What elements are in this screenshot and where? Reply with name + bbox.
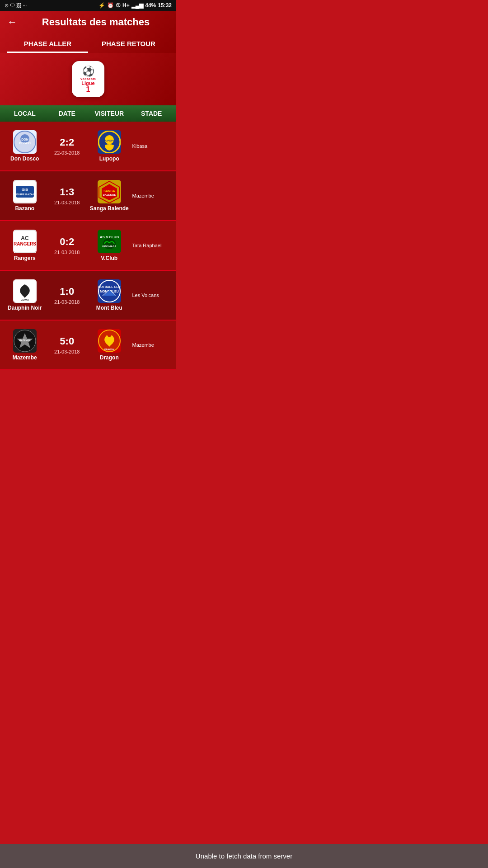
svg-text:GOMA: GOMA bbox=[20, 298, 29, 301]
col-stade: STADE bbox=[131, 110, 173, 117]
local-team-cell: AC RANGERS Rangers bbox=[4, 230, 46, 261]
clock: 15:32 bbox=[158, 2, 172, 9]
stade-name: Mazembe bbox=[132, 193, 154, 198]
table-row: GOMA Dauphin Noir 1:0 21-03-2018 FOOTBAL… bbox=[0, 271, 176, 321]
matches-list: DON BOSCO Don Dosco 2:2 22-03-2018 LUPOP… bbox=[0, 122, 176, 370]
don-dosco-logo: DON BOSCO bbox=[13, 130, 37, 154]
league-logo: ⚽ Vodacom Ligue 1 bbox=[72, 61, 104, 97]
svg-text:GIB: GIB bbox=[22, 188, 28, 192]
stade-cell: Mazembe bbox=[131, 342, 173, 348]
table-header: LOCAL DATE VISITEUR STADE bbox=[0, 105, 176, 122]
svg-text:LUPOPO: LUPOPO bbox=[103, 139, 115, 142]
score-cell: 1:0 21-03-2018 bbox=[46, 286, 89, 305]
table-row: GIB GROUPE BAZANO Bazano 1:3 21-03-2018 … bbox=[0, 171, 176, 221]
local-team-name: Don Dosco bbox=[10, 156, 39, 162]
status-right: ⚡ ⏰ ① H+ ▂▄▆ 44% 15:32 bbox=[99, 2, 172, 9]
col-visiteur: VISITEUR bbox=[88, 110, 131, 117]
match-date: 21-03-2018 bbox=[54, 250, 80, 255]
logo-area: ⚽ Vodacom Ligue 1 bbox=[0, 53, 176, 105]
stade-cell: Mazembe bbox=[131, 193, 173, 198]
table-row: DON BOSCO Don Dosco 2:2 22-03-2018 LUPOP… bbox=[0, 122, 176, 171]
soccer-ball-icon: ⚽ bbox=[82, 66, 94, 77]
stade-name: Les Volcans bbox=[132, 292, 159, 298]
stade-cell: Kibasa bbox=[131, 143, 173, 149]
svg-text:BOSCO: BOSCO bbox=[19, 142, 31, 145]
table-row: MAZEMBE Mazembe 5:0 21-03-2018 DRAGON Dr… bbox=[0, 321, 176, 370]
bazano-logo: GIB GROUPE BAZANO bbox=[13, 180, 37, 203]
score-cell: 5:0 21-03-2018 bbox=[46, 335, 89, 354]
stade-name: Kibasa bbox=[132, 143, 148, 149]
match-date: 22-03-2018 bbox=[54, 150, 80, 156]
stade-cell: Tata Raphael bbox=[131, 243, 173, 248]
score-cell: 1:3 21-03-2018 bbox=[46, 186, 89, 205]
page-title: Resultats des matches bbox=[23, 16, 169, 28]
bluetooth-icon: ⚡ bbox=[99, 2, 105, 9]
sanga-logo: SANGA BALENDE bbox=[98, 180, 121, 203]
match-score: 5:0 bbox=[60, 335, 74, 347]
mazembe-logo: MAZEMBE bbox=[13, 329, 37, 353]
local-team-cell: GIB GROUPE BAZANO Bazano bbox=[4, 180, 46, 212]
visiteur-team-name: Lupopo bbox=[99, 156, 119, 162]
svg-text:DRAGON: DRAGON bbox=[104, 348, 115, 351]
visiteur-team-name: Dragon bbox=[100, 354, 119, 361]
visiteur-team-cell: SANGA BALENDE Sanga Balende bbox=[88, 180, 131, 212]
header: ← Resultats des matches PHASE ALLER PHAS… bbox=[0, 11, 176, 53]
lupopo-logo: LUPOPO bbox=[98, 130, 121, 154]
network-type: H+ bbox=[122, 2, 130, 9]
tab-phase-retour[interactable]: PHASE RETOUR bbox=[88, 35, 169, 53]
notification-icon: ① bbox=[116, 2, 121, 9]
local-team-name: Dauphin Noir bbox=[8, 305, 42, 311]
match-date: 21-03-2018 bbox=[54, 349, 80, 354]
svg-text:BALENDE: BALENDE bbox=[103, 193, 116, 196]
visiteur-team-cell: DRAGON Dragon bbox=[88, 329, 131, 361]
stade-name: Mazembe bbox=[132, 342, 154, 348]
svg-text:DON: DON bbox=[21, 138, 28, 141]
visiteur-team-name: Mont Bleu bbox=[96, 305, 122, 311]
col-date: DATE bbox=[46, 110, 89, 117]
vclub-logo: AS V.CLUB KINSHASA bbox=[98, 230, 121, 253]
back-button[interactable]: ← bbox=[7, 16, 17, 28]
stade-name: Tata Raphael bbox=[132, 243, 162, 248]
match-score: 1:0 bbox=[60, 286, 74, 297]
local-team-cell: DON BOSCO Don Dosco bbox=[4, 130, 46, 162]
col-local: LOCAL bbox=[4, 110, 46, 117]
dragon-logo: DRAGON bbox=[98, 329, 121, 353]
header-top: ← Resultats des matches bbox=[7, 16, 169, 28]
local-team-cell: GOMA Dauphin Noir bbox=[4, 279, 46, 311]
montbleu-logo: FOOTBALL CLUB MONT BLEU bbox=[98, 279, 121, 303]
vodacom-text: Vodacom bbox=[80, 77, 96, 80]
match-score: 2:2 bbox=[60, 137, 74, 148]
match-date: 21-03-2018 bbox=[54, 200, 80, 205]
status-icons: ⊙ 🗨 🖼 ··· bbox=[5, 3, 27, 9]
svg-text:KINSHASA: KINSHASA bbox=[102, 245, 117, 248]
match-score: 1:3 bbox=[60, 186, 74, 198]
local-team-name: Mazembe bbox=[13, 354, 37, 361]
local-team-cell: MAZEMBE Mazembe bbox=[4, 329, 46, 361]
dauphin-logo: GOMA bbox=[13, 279, 37, 303]
visiteur-team-cell: FOOTBALL CLUB MONT BLEU Mont Bleu bbox=[88, 279, 131, 311]
tabs: PHASE ALLER PHASE RETOUR bbox=[7, 35, 169, 53]
tab-phase-aller[interactable]: PHASE ALLER bbox=[7, 35, 88, 53]
svg-text:RANGERS: RANGERS bbox=[14, 241, 36, 246]
visiteur-team-cell: LUPOPO Lupopo bbox=[88, 130, 131, 162]
score-cell: 0:2 21-03-2018 bbox=[46, 236, 89, 255]
match-date: 21-03-2018 bbox=[54, 299, 80, 305]
alarm-icon: ⏰ bbox=[107, 2, 114, 9]
svg-text:MAZEMBE: MAZEMBE bbox=[19, 339, 31, 342]
match-score: 0:2 bbox=[60, 236, 74, 248]
visiteur-team-name: Sanga Balende bbox=[90, 205, 129, 212]
score-cell: 2:2 22-03-2018 bbox=[46, 137, 89, 156]
svg-text:SANGA: SANGA bbox=[103, 189, 115, 193]
svg-text:AC: AC bbox=[21, 235, 29, 241]
stade-cell: Les Volcans bbox=[131, 292, 173, 298]
local-team-name: Bazano bbox=[15, 205, 34, 212]
visiteur-team-cell: AS V.CLUB KINSHASA V.Club bbox=[88, 230, 131, 261]
signal-bars: ▂▄▆ bbox=[131, 2, 144, 9]
status-left: ⊙ 🗨 🖼 ··· bbox=[5, 3, 27, 9]
status-bar: ⊙ 🗨 🖼 ··· ⚡ ⏰ ① H+ ▂▄▆ 44% 15:32 bbox=[0, 0, 176, 11]
rangers-logo: AC RANGERS bbox=[13, 230, 37, 253]
ligue-number: 1 bbox=[86, 86, 90, 93]
battery: 44% bbox=[145, 2, 156, 9]
svg-text:FOOTBALL CLUB: FOOTBALL CLUB bbox=[98, 285, 121, 288]
table-row: AC RANGERS Rangers 0:2 21-03-2018 AS V.C… bbox=[0, 221, 176, 271]
